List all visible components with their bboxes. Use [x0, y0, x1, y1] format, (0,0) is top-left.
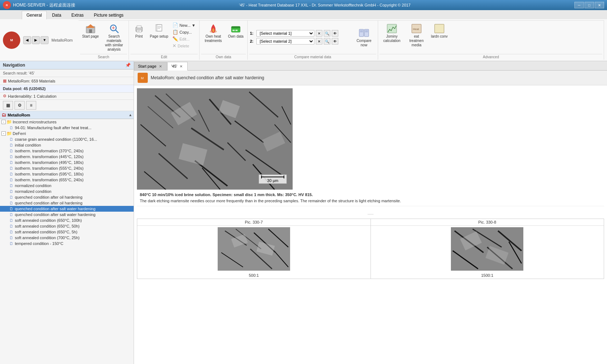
lardn-button[interactable]: lardn conv: [430, 22, 449, 39]
tree-node-soft-700-25h[interactable]: 🗋 soft annealed condition (700°C, 25h): [0, 235, 134, 241]
page-setup-label: Page setup: [150, 34, 168, 39]
tab-45[interactable]: '45' ✕: [167, 62, 188, 71]
print-button[interactable]: Print: [131, 22, 147, 39]
tree-node-coarse-grain[interactable]: 🗋 coarse grain annealed condition (1100°…: [0, 136, 134, 142]
start-page-button[interactable]: Start page: [81, 22, 100, 39]
tree-node-soft-650-5h[interactable]: 🗋 soft annealed condition (650°C, 5h): [0, 229, 134, 235]
doc-icon-soft-700-25h: 🗋: [9, 235, 14, 240]
tree-node-initial[interactable]: 🗋 initial condition: [0, 142, 134, 148]
logo-button[interactable]: M: [3, 31, 20, 49]
tab-general[interactable]: General: [22, 11, 47, 20]
tree-root-row: 🗂 MetalloRom: [1, 112, 30, 118]
separator-dots: .....: [134, 209, 607, 217]
tree-node-isotherm-445[interactable]: 🗋 isotherm. transformation (445°C, 120s): [0, 154, 134, 160]
description-bold: 840°C 10 min/10% iced brine solution. Sp…: [140, 192, 313, 197]
material1-select[interactable]: [Select material 1]: [256, 30, 314, 37]
own-data-group-label: Own data: [201, 54, 246, 59]
compare-now-label: Compare now: [354, 39, 374, 47]
jominy-button[interactable]: Jominy calculation: [380, 22, 403, 44]
minimize-button[interactable]: ─: [574, 2, 584, 8]
forward-button[interactable]: ▶: [32, 36, 40, 44]
svg-rect-21: [235, 30, 238, 31]
expand-deferri[interactable]: -: [1, 131, 6, 136]
material2-view-button[interactable]: 👁: [332, 38, 338, 45]
thumbnail-1-caption: 500:1: [248, 272, 260, 279]
ribbon-top: M ◀ ▶ ▼ MetalloRom: [0, 19, 607, 61]
search-similar-button[interactable]: Search materials with similar analysis: [102, 22, 126, 52]
edit-button[interactable]: ✏️ Edit...: [171, 36, 197, 42]
view-icon-btn-2[interactable]: ⚙: [14, 101, 25, 110]
tab-extras[interactable]: Extras: [67, 11, 88, 19]
tab-start-page-close[interactable]: ✕: [158, 64, 163, 69]
maximize-button[interactable]: □: [585, 2, 594, 8]
tree-node-quenched-oil1[interactable]: 🗋 quenched condition after oil hardening: [0, 194, 134, 200]
own-heat-treatments-button[interactable]: Own heat treatments: [202, 22, 225, 44]
start-page-icon: [85, 23, 96, 34]
tree-node-isotherm-495[interactable]: 🗋 isotherm. transformation (495°C, 180s): [0, 160, 134, 165]
tab-45-close[interactable]: ✕: [179, 64, 184, 69]
tree-node-fault94[interactable]: 🗋 94-01: Manufacturing fault after heat …: [0, 125, 134, 131]
folder-icon-deferri: 📁: [7, 131, 12, 136]
back-button[interactable]: ◀: [23, 36, 31, 44]
new-button[interactable]: 📄 New... ▼: [171, 22, 197, 28]
material2-select[interactable]: [Select material 2]: [256, 38, 314, 45]
delete-button[interactable]: ✕ Delete: [171, 43, 197, 49]
hardenability-text: Hardenability: 1 Calculation: [8, 94, 56, 98]
doc-icon-normalized1: 🗋: [9, 183, 14, 188]
edit-group-label: Edit: [130, 54, 198, 59]
material1-view-button[interactable]: 👁: [332, 30, 338, 37]
search-group-content: Start page Search materials with similar…: [80, 21, 127, 53]
tree-node-isotherm-555[interactable]: 🗋 isotherm. transformation (555°C, 240s): [0, 165, 134, 171]
view-icon-btn-3[interactable]: ≡: [26, 101, 36, 110]
tree-node-deferri[interactable]: - 📁 DeFerri: [0, 131, 134, 136]
tree-node-quenched-oil2[interactable]: 🗋 quenched condition after oil hardening: [0, 200, 134, 206]
window-title: HOME-SERVER - 远程桌面连接: [13, 2, 75, 8]
view-icon-btn-1[interactable]: ▦: [3, 101, 13, 110]
tree-collapse-btn[interactable]: ▲: [129, 113, 132, 117]
tree-node-soft-650-50h[interactable]: 🗋 soft annealed condition (650°C, 50h): [0, 223, 134, 229]
tree-node-incorrect[interactable]: - 📁 Incorrect microstructures: [0, 119, 134, 125]
isotherm370-label: isotherm. transformation (370°C, 240s): [15, 149, 84, 153]
close-button[interactable]: ✕: [595, 2, 604, 8]
tab-45-label: '45': [171, 64, 177, 68]
thumbnail-2-caption: 1500:1: [480, 272, 494, 279]
heat-treatment-media-button[interactable]: Heat eat treatmen media: [405, 22, 428, 48]
pin-icon[interactable]: 📌: [125, 63, 131, 68]
tree-node-isotherm-370[interactable]: 🗋 isotherm. transformation (370°C, 240s): [0, 148, 134, 154]
expand-incorrect[interactable]: -: [1, 120, 6, 124]
tree-node-quenched-salt1[interactable]: 🗋 quenched condition after salt water ha…: [0, 206, 134, 212]
own-data-button[interactable]: Own data: [226, 22, 245, 39]
tree-node-normalized2[interactable]: 🗋 normalized condition: [0, 189, 134, 194]
soft-650-5h-label: soft annealed condition (650°C, 5h): [15, 230, 78, 234]
tree-node-normalized1[interactable]: 🗋 normalized condition: [0, 183, 134, 189]
doc-icon-soft-650-100h: 🗋: [9, 218, 14, 223]
isotherm445-label: isotherm. transformation (445°C, 120s): [15, 155, 84, 159]
material1-clear-button[interactable]: ✕: [316, 30, 322, 37]
svg-rect-11: [138, 31, 140, 31]
doc-icon-quenched-salt1: 🗋: [9, 206, 14, 211]
ribbon: General Data Extras Picture settings M ◀…: [0, 10, 607, 61]
page-setup-button[interactable]: Page setup: [148, 22, 170, 39]
compare-now-button[interactable]: Compare now: [352, 26, 376, 48]
svg-rect-31: [435, 24, 444, 33]
tree-node-tempered-150[interactable]: 🗋 tempered condition - 150°C: [0, 241, 134, 246]
material2-clear-button[interactable]: ✕: [316, 38, 322, 45]
doc-icon-initial: 🗋: [9, 143, 14, 148]
search-similar-label: Search materials with similar analysis: [103, 34, 125, 52]
material1-search-button[interactable]: 🔍: [324, 30, 330, 37]
doc-icon-isotherm445: 🗋: [9, 154, 14, 159]
doc-icon-tempered-150: 🗋: [9, 241, 14, 246]
incorrect-label: Incorrect microstructures: [13, 120, 56, 124]
material2-search-button[interactable]: 🔍: [324, 38, 330, 45]
dropdown-button[interactable]: ▼: [41, 36, 49, 44]
tab-picture-settings[interactable]: Picture settings: [89, 11, 128, 19]
tree-node-soft-650-100h[interactable]: 🗋 soft annealed condition (650°C, 100h): [0, 217, 134, 223]
tab-data[interactable]: Data: [47, 11, 66, 19]
tree-node-quenched-salt2[interactable]: 🗋 quenched condition after salt water ha…: [0, 212, 134, 217]
tab-start-page[interactable]: Start page ✕: [134, 62, 167, 70]
copy-button[interactable]: 📋 Copy...: [171, 29, 197, 35]
thumbnail-1-label: Pic. 330-7: [137, 219, 371, 226]
metallorom-count: MetalloRom: 659 Materials: [8, 79, 55, 83]
tree-node-isotherm-655[interactable]: 🗋 isotherm. transformation (655°C, 240s): [0, 177, 134, 183]
tree-node-isotherm-595[interactable]: 🗋 isotherm. transformation (595°C, 180s): [0, 171, 134, 177]
